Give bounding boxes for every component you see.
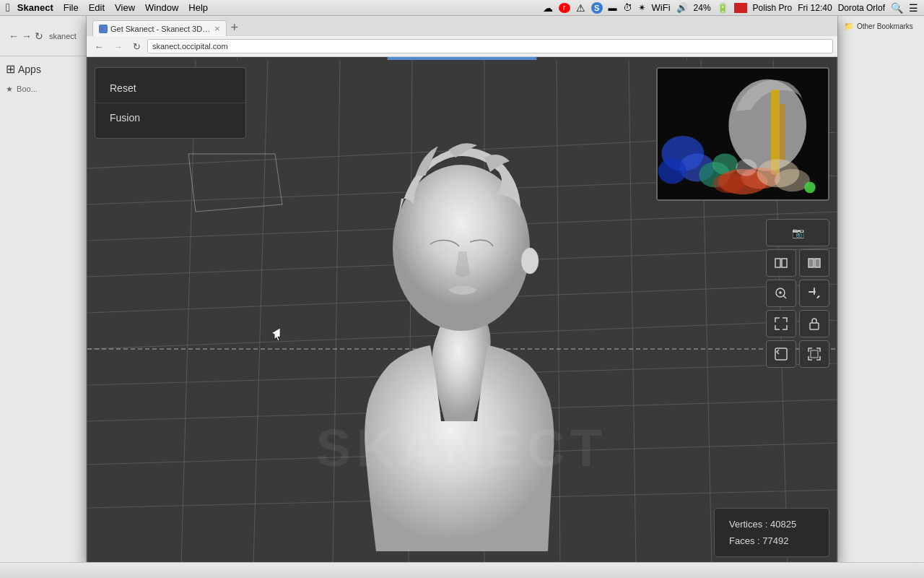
battery-percent: 24% <box>694 3 711 13</box>
reload-nav-button[interactable]: ↻ <box>128 38 144 54</box>
browser-tab[interactable]: Get Skanect - Skanect 3D Sca... × <box>92 20 227 36</box>
fit-view-icon <box>774 316 788 331</box>
browser-toolbar-area: Get Skanect - Skanect 3D Sca... × + ← → … <box>87 16 837 57</box>
lock-button[interactable] <box>799 310 829 337</box>
stats-panel: Vertices : 40825 Faces : 77492 <box>714 508 829 557</box>
reset-button[interactable]: Reset <box>95 74 245 103</box>
svg-point-36 <box>736 159 757 176</box>
skanect-window: ⊞ Prepare ▣ Record ❖ Reconstruct ⚙ Proce… <box>87 16 837 565</box>
browser-right-sidebar: 📁 Other Bookmarks <box>837 16 924 578</box>
svg-rect-40 <box>808 259 814 267</box>
expand-left-icon <box>774 256 788 270</box>
polish-pro-icon <box>734 3 747 13</box>
other-bookmarks-label: Other Bookmarks <box>857 22 913 30</box>
back-nav-button[interactable]: ← <box>91 38 107 54</box>
menu-view[interactable]: View <box>115 2 135 13</box>
tool-row-2 <box>766 280 829 307</box>
browser-sidebar: ← → ↻ skanect ⊞ Apps ★ Boo... <box>0 16 87 578</box>
wifi-icon: WiFi <box>652 2 671 13</box>
app-menu-skanect[interactable]: Skanect <box>17 2 53 13</box>
forward-nav-button[interactable]: → <box>110 38 126 54</box>
svg-rect-51 <box>811 350 818 358</box>
address-bar-input[interactable] <box>147 39 833 53</box>
faces-value: 77492 <box>762 535 788 546</box>
new-tab-button[interactable]: + <box>227 19 243 36</box>
vertices-row: Vertices : 40825 <box>729 519 814 530</box>
address-bar-row: ← → ↻ <box>87 36 837 56</box>
bookmarks-icon-area[interactable]: ★ Boo... <box>0 82 86 97</box>
tab-favicon <box>99 25 108 33</box>
preview-svg <box>658 69 828 199</box>
folder-icon: 📁 <box>844 22 854 31</box>
browser-bottom-bar <box>0 562 924 578</box>
other-bookmarks-section[interactable]: 📁 Other Bookmarks <box>838 16 924 37</box>
polish-pro-label: Polish Pro <box>753 3 793 13</box>
datetime: Fri 12:40 <box>798 3 832 13</box>
faces-label: Faces : <box>729 535 762 546</box>
reset-view-button[interactable] <box>766 340 796 368</box>
3d-viewport[interactable]: SKANECT Reset Fusion <box>87 60 837 564</box>
svg-line-16 <box>629 60 636 564</box>
left-panel: Reset Fusion <box>95 67 246 139</box>
username: Dorota Orlof <box>838 3 885 13</box>
tab-close-button[interactable]: × <box>214 23 220 34</box>
sidebar-apps-section[interactable]: ⊞ Apps <box>0 56 86 82</box>
vertices-value: 40825 <box>770 519 796 530</box>
screenshot-button[interactable]: 📷 <box>766 219 829 246</box>
vertices-label: Vertices : <box>729 519 770 530</box>
reset-view-icon <box>774 347 788 361</box>
apps-grid-icon: ⊞ <box>6 62 15 76</box>
timer-icon: ⏱ <box>623 2 632 13</box>
tab-title: Get Skanect - Skanect 3D Sca... <box>110 25 212 33</box>
home-button[interactable]: skanect <box>46 27 79 45</box>
menu-window[interactable]: Window <box>145 2 178 13</box>
expand-right-icon <box>807 256 821 270</box>
svg-rect-50 <box>775 348 787 360</box>
zoom-in-icon <box>774 286 788 301</box>
camera-icon: 📷 <box>792 227 804 238</box>
menu-edit[interactable]: Edit <box>89 2 105 13</box>
menubar:  Skanect File Edit View Window Help ☁ r… <box>0 0 924 16</box>
forward-button[interactable]: → <box>22 27 32 45</box>
menu-help[interactable]: Help <box>188 2 208 13</box>
svg-line-45 <box>783 296 786 298</box>
fullscreen-icon <box>807 347 821 361</box>
apps-label: Apps <box>18 64 41 75</box>
svg-rect-39 <box>782 259 787 267</box>
svg-point-26 <box>658 158 687 184</box>
menubar-icon-1: r <box>559 3 570 13</box>
apple-menu-icon[interactable]:  <box>6 1 10 14</box>
svg-rect-38 <box>775 259 780 267</box>
svg-point-21 <box>521 248 539 274</box>
battery-icon: 🔋 <box>717 2 728 13</box>
depth-preview-window <box>656 67 829 201</box>
screenshot-row: 📷 <box>766 219 829 246</box>
volume-icon: 🔊 <box>676 2 688 13</box>
expand-left-button[interactable] <box>766 249 796 277</box>
menubar-icon-bar: ▬ <box>609 3 617 13</box>
bookmark-star-icon: ★ <box>6 85 13 93</box>
lock-icon <box>807 316 821 331</box>
svg-point-33 <box>713 173 744 193</box>
app-watermark: SKANECT <box>316 418 608 478</box>
menubar-icon-warn: ⚠ <box>576 2 585 14</box>
back-button[interactable]: ← <box>9 27 19 45</box>
svg-point-37 <box>804 182 816 194</box>
3d-model-bust <box>304 132 622 551</box>
fusion-button[interactable]: Fusion <box>95 103 245 132</box>
search-icon[interactable]: 🔍 <box>891 2 903 14</box>
list-icon[interactable]: ☰ <box>909 2 918 14</box>
svg-rect-49 <box>810 323 819 329</box>
reload-button[interactable]: ↻ <box>35 27 43 45</box>
menubar-right: ☁ r ⚠ S ▬ ⏱ ✴ WiFi 🔊 24% 🔋 Polish Pro Fr… <box>543 2 918 14</box>
zoom-in-button[interactable] <box>766 280 796 307</box>
menu-file[interactable]: File <box>64 2 79 13</box>
faces-row: Faces : 77492 <box>729 535 814 546</box>
zoom-out-button[interactable] <box>799 280 829 307</box>
expand-right-button[interactable] <box>799 249 829 277</box>
svg-rect-30 <box>780 104 785 160</box>
fit-view-button[interactable] <box>766 310 796 337</box>
icloud-icon: ☁ <box>543 2 553 14</box>
fullscreen-button[interactable] <box>799 340 829 368</box>
bluetooth-icon: ✴ <box>638 2 646 13</box>
